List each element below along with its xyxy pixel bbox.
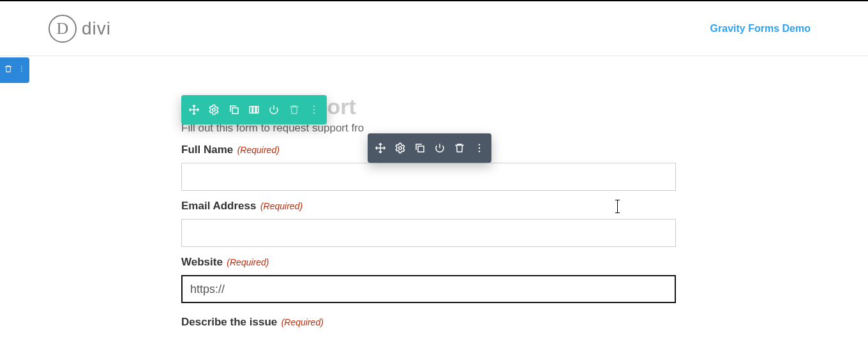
logo-text: divi — [82, 19, 111, 39]
nav-link-gravity-forms-demo[interactable]: Gravity Forms Demo — [710, 23, 811, 34]
website-input[interactable] — [181, 275, 676, 303]
svg-point-3 — [213, 108, 216, 112]
full-name-input[interactable] — [181, 163, 676, 191]
more-icon — [18, 64, 26, 76]
field-email: Email Address (Required) — [181, 200, 676, 247]
svg-rect-4 — [232, 108, 238, 114]
full-name-label: Full Name — [181, 144, 233, 156]
describe-label: Describe the issue — [181, 316, 277, 328]
svg-rect-5 — [250, 107, 252, 114]
svg-point-9 — [313, 109, 315, 110]
svg-point-10 — [313, 112, 315, 114]
logo-mark-icon: D — [49, 15, 77, 43]
trash-icon — [4, 64, 13, 76]
form-area: Request Support Fill out this form to re… — [181, 94, 676, 329]
required-indicator: (Required) — [260, 201, 303, 211]
row-toolbar — [181, 95, 327, 124]
move-icon[interactable] — [374, 142, 386, 154]
field-describe: Describe the issue (Required) — [181, 316, 676, 329]
module-toolbar — [368, 133, 491, 163]
site-logo[interactable]: D divi — [49, 15, 111, 43]
email-label: Email Address — [181, 200, 256, 212]
required-indicator: (Required) — [227, 257, 269, 267]
svg-rect-7 — [257, 107, 258, 114]
svg-point-14 — [478, 147, 479, 149]
svg-point-2 — [21, 71, 22, 72]
power-icon[interactable] — [268, 103, 280, 116]
more-icon[interactable] — [473, 142, 485, 154]
more-icon[interactable] — [308, 103, 320, 116]
power-icon[interactable] — [433, 142, 445, 154]
website-label: Website — [181, 256, 223, 268]
logo-mark-letter: D — [57, 19, 69, 38]
svg-point-8 — [313, 106, 315, 107]
svg-point-13 — [478, 144, 479, 145]
collapsed-module-tab[interactable] — [0, 57, 29, 83]
svg-point-0 — [21, 66, 22, 68]
trash-icon[interactable] — [288, 103, 300, 116]
move-icon[interactable] — [188, 103, 200, 116]
duplicate-icon[interactable] — [414, 142, 426, 154]
svg-rect-6 — [253, 107, 255, 114]
svg-rect-12 — [418, 146, 424, 152]
required-indicator: (Required) — [237, 145, 280, 155]
site-header: D divi Gravity Forms Demo — [0, 1, 868, 56]
field-website: Website (Required) — [181, 256, 676, 303]
columns-icon[interactable] — [248, 103, 260, 116]
gear-icon[interactable] — [394, 142, 406, 154]
email-input[interactable] — [181, 219, 676, 247]
svg-point-15 — [478, 151, 479, 152]
trash-icon[interactable] — [453, 142, 465, 154]
required-indicator: (Required) — [281, 317, 324, 327]
gear-icon[interactable] — [207, 103, 220, 116]
duplicate-icon[interactable] — [228, 103, 240, 116]
svg-point-1 — [21, 68, 22, 70]
svg-point-11 — [398, 147, 401, 150]
